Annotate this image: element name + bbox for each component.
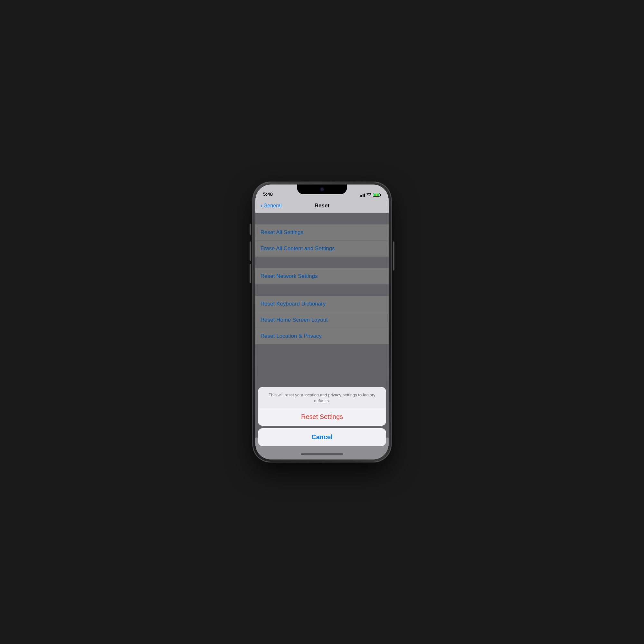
back-button[interactable]: ‹ General xyxy=(260,202,282,209)
battery-bolt: ⚡ xyxy=(375,194,378,196)
status-icons: ⚡ xyxy=(360,193,381,197)
power-button xyxy=(393,241,394,270)
cancel-label: Cancel xyxy=(311,433,333,441)
volume-down-button xyxy=(250,264,251,283)
reset-settings-button[interactable]: Reset Settings xyxy=(258,408,386,426)
navigation-bar: ‹ General Reset xyxy=(255,199,389,213)
page-title: Reset xyxy=(315,203,329,209)
action-sheet-main: This will reset your location and privac… xyxy=(258,387,386,426)
battery-tip xyxy=(380,194,381,196)
action-sheet-message: This will reset your location and privac… xyxy=(258,387,386,408)
signal-bar-3 xyxy=(363,194,364,197)
battery-body: ⚡ xyxy=(373,193,380,197)
signal-bar-4 xyxy=(364,194,365,197)
home-indicator-bar xyxy=(301,453,343,455)
back-chevron-icon: ‹ xyxy=(260,202,262,209)
camera-dot xyxy=(320,188,324,191)
phone-screen: 5:48 xyxy=(255,185,389,459)
volume-up-button xyxy=(250,241,251,261)
action-sheet: This will reset your location and privac… xyxy=(255,387,389,449)
back-label: General xyxy=(263,203,282,209)
signal-bar-1 xyxy=(360,195,361,197)
signal-bar-2 xyxy=(361,195,362,197)
main-content: Reset All Settings Erase All Content and… xyxy=(255,213,389,449)
signal-icon xyxy=(360,193,365,197)
wifi-icon xyxy=(366,193,371,197)
status-time: 5:48 xyxy=(263,191,273,197)
ios-screen: 5:48 xyxy=(255,185,389,459)
phone-frame: 5:48 xyxy=(253,182,391,462)
notch xyxy=(297,185,347,194)
home-indicator xyxy=(255,449,389,459)
battery-icon: ⚡ xyxy=(373,193,381,197)
cancel-button[interactable]: Cancel xyxy=(258,428,386,446)
reset-settings-label: Reset Settings xyxy=(301,413,343,421)
mute-button xyxy=(250,224,251,235)
